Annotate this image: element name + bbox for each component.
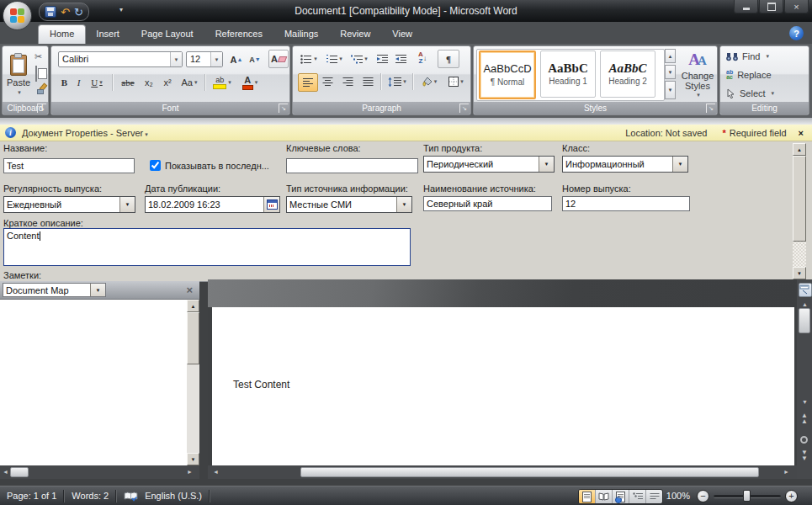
scroll-up-icon[interactable]: ▲ xyxy=(793,143,806,156)
decrease-indent-button[interactable] xyxy=(374,51,390,66)
spellcheck-icon[interactable] xyxy=(124,491,138,502)
pub-date-field[interactable]: 18.02.2009 16:23 xyxy=(145,196,280,213)
strikethrough-button[interactable]: abe xyxy=(117,74,139,91)
regularity-combo[interactable]: Ежедневный ▼ xyxy=(3,196,135,213)
properties-scrollbar-thumb[interactable] xyxy=(793,156,806,242)
document-hscroll-thumb[interactable] xyxy=(300,467,759,477)
justify-button[interactable] xyxy=(358,73,377,90)
change-case-button[interactable]: Aa xyxy=(178,74,201,91)
scroll-down-icon[interactable]: ▼ xyxy=(802,396,808,409)
bold-button[interactable]: B xyxy=(58,74,71,91)
document-hscrollbar[interactable]: ◄ ► xyxy=(208,465,797,479)
page-indicator[interactable]: Page: 1 of 1 xyxy=(7,491,56,501)
scroll-down-icon[interactable]: ▼ xyxy=(187,453,199,465)
document-map-scrollbar[interactable]: ▲ ▼ xyxy=(187,300,199,465)
highlight-button[interactable]: ab xyxy=(210,74,235,91)
product-type-combo[interactable]: Периодический ▼ xyxy=(423,156,555,173)
ruler-toggle-button[interactable] xyxy=(799,283,812,297)
styles-dialog-launcher-icon[interactable] xyxy=(706,104,715,113)
shrink-font-button[interactable]: A▼ xyxy=(247,51,263,67)
class-combo[interactable]: Информационный ▼ xyxy=(562,156,688,173)
dropdown-arrow-icon[interactable]: ▼ xyxy=(90,284,105,296)
dropdown-arrow-icon[interactable]: ▼ xyxy=(672,157,687,172)
zoom-slider-thumb[interactable] xyxy=(743,490,751,502)
clipboard-dialog-launcher-icon[interactable] xyxy=(37,104,46,113)
change-styles-button[interactable]: AA Change Styles xyxy=(679,50,716,100)
chevron-down-icon[interactable]: ▼ xyxy=(210,52,222,66)
bullets-button[interactable] xyxy=(298,51,320,66)
tab-mailings[interactable]: Mailings xyxy=(273,25,329,44)
source-type-combo[interactable]: Местные СМИ ▼ xyxy=(286,196,412,213)
copy-icon[interactable] xyxy=(35,66,37,82)
scroll-up-icon[interactable]: ▲ xyxy=(187,300,199,312)
clear-formatting-button[interactable]: A xyxy=(268,50,289,68)
document-map-hscrollbar[interactable]: ◄ ► xyxy=(0,465,199,479)
tab-home[interactable]: Home xyxy=(39,25,85,44)
grow-font-button[interactable]: A▲ xyxy=(228,51,245,67)
zoom-out-button[interactable]: − xyxy=(697,490,709,502)
description-textarea[interactable]: Content xyxy=(3,228,411,266)
document-vscroll-thumb[interactable] xyxy=(799,308,810,333)
tab-view[interactable]: View xyxy=(381,25,423,44)
draft-view-button[interactable] xyxy=(646,490,662,503)
next-page-icon[interactable]: ▼▼ xyxy=(801,449,808,461)
font-name-combo[interactable]: Calibri ▼ xyxy=(58,51,183,67)
dropdown-arrow-icon[interactable]: ▼ xyxy=(396,197,411,212)
document-map-combo[interactable]: Document Map ▼ xyxy=(3,283,106,297)
paste-button[interactable]: Paste xyxy=(5,50,32,100)
zoom-in-button[interactable]: + xyxy=(785,490,798,502)
style-normal[interactable]: AaBbCcD ¶ Normal xyxy=(479,50,536,99)
document-text[interactable]: Test Content xyxy=(233,379,289,391)
close-document-map-icon[interactable]: × xyxy=(186,284,193,296)
font-color-button[interactable]: A xyxy=(238,74,262,91)
tab-references[interactable]: References xyxy=(204,25,273,44)
paragraph-dialog-launcher-icon[interactable] xyxy=(459,104,469,113)
font-size-combo[interactable]: 12 ▼ xyxy=(186,51,223,67)
increase-indent-button[interactable] xyxy=(392,51,409,66)
scroll-left-icon[interactable]: ◄ xyxy=(3,465,8,479)
tab-review[interactable]: Review xyxy=(329,25,381,44)
tab-page-layout[interactable]: Page Layout xyxy=(130,25,204,44)
gallery-scroll-down-icon[interactable]: ▼ xyxy=(665,65,676,79)
gallery-scroll-up-icon[interactable]: ▲ xyxy=(665,49,676,63)
replace-button[interactable]: abac Replace xyxy=(726,70,772,80)
title-field[interactable] xyxy=(3,158,135,173)
chevron-down-icon[interactable]: ▼ xyxy=(170,52,182,66)
office-button[interactable] xyxy=(3,1,32,30)
zoom-level[interactable]: 100% xyxy=(661,491,690,501)
scroll-left-icon[interactable]: ◄ xyxy=(213,465,219,479)
dropdown-arrow-icon[interactable]: ▼ xyxy=(539,157,554,172)
full-screen-reading-view-button[interactable] xyxy=(596,490,613,503)
cut-icon[interactable]: ✂ xyxy=(34,51,42,62)
scroll-down-icon[interactable]: ▼ xyxy=(793,267,806,279)
align-center-button[interactable] xyxy=(318,73,337,90)
scroll-right-icon[interactable]: ► xyxy=(187,465,193,479)
show-in-recent-checkbox[interactable] xyxy=(150,160,161,171)
find-button[interactable]: Find xyxy=(726,51,769,61)
tab-insert[interactable]: Insert xyxy=(85,25,130,44)
previous-page-icon[interactable]: ▲▲ xyxy=(801,412,808,424)
select-browse-object-icon[interactable] xyxy=(800,436,808,444)
gallery-more-icon[interactable]: ▼ xyxy=(665,81,676,99)
borders-button[interactable] xyxy=(444,73,468,90)
style-heading1[interactable]: AaBbC Heading 1 xyxy=(540,50,596,98)
show-hide-pilcrow-button[interactable]: ¶ xyxy=(438,50,459,68)
word-count[interactable]: Words: 2 xyxy=(72,491,109,501)
keywords-field[interactable] xyxy=(286,158,418,173)
scroll-right-icon[interactable]: ► xyxy=(783,465,789,479)
superscript-button[interactable]: x² xyxy=(159,74,176,91)
line-spacing-button[interactable] xyxy=(385,73,409,90)
properties-title[interactable]: Документ Properties - Server xyxy=(22,128,148,138)
document-map-scrollbar-thumb[interactable] xyxy=(187,312,199,364)
style-heading2[interactable]: AaBbC Heading 2 xyxy=(600,50,655,98)
close-button[interactable]: × xyxy=(784,0,809,13)
minimize-button[interactable] xyxy=(734,0,758,13)
multilevel-list-button[interactable] xyxy=(348,51,370,66)
shading-button[interactable] xyxy=(417,73,441,90)
close-properties-icon[interactable]: × xyxy=(799,128,804,138)
align-right-button[interactable] xyxy=(338,73,357,90)
align-left-button[interactable] xyxy=(298,73,318,92)
document-page[interactable]: Test Content xyxy=(212,307,794,465)
document-map-hscroll-thumb[interactable] xyxy=(10,467,29,477)
select-button[interactable]: Select xyxy=(726,88,774,98)
